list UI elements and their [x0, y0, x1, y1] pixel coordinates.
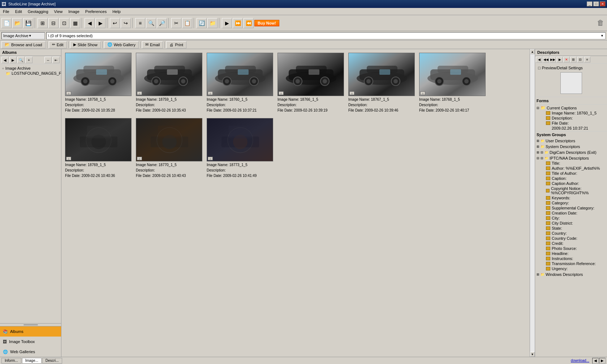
scroll-right-btn[interactable]: ▶	[599, 358, 606, 364]
toolbar-btn-5[interactable]: ◀	[85, 18, 95, 28]
menu-edit[interactable]: Edit	[12, 9, 25, 14]
scroll-up-arrow[interactable]: ▲	[530, 49, 535, 54]
iptc-field[interactable]: Headline:	[535, 251, 607, 256]
caption-image-name[interactable]: Image Name: 18760_1_5	[535, 110, 607, 116]
toolbar-btn-1[interactable]: ⊞	[38, 18, 48, 28]
iptc-field[interactable]: Instructions:	[535, 256, 607, 261]
toolbar-btn-11[interactable]: 🔎	[157, 18, 167, 28]
toolbar-btn-17[interactable]: ⏩	[233, 18, 243, 28]
rp-btn-7[interactable]: ⊟	[577, 57, 584, 62]
image-tab[interactable]: Image...	[22, 358, 42, 364]
vertical-scrollbar[interactable]: ▲ ▼	[530, 49, 535, 357]
toolbar-btn-15[interactable]: 📁	[207, 18, 218, 28]
toolbar-btn-6[interactable]: ▶	[95, 18, 106, 28]
albums-back[interactable]: ◀	[1, 57, 9, 63]
menu-image[interactable]: Image	[65, 9, 82, 14]
toolbar-open[interactable]: 📂	[12, 18, 22, 28]
email-button[interactable]: ✉ Email	[142, 41, 163, 48]
iptc-field[interactable]: Caption Author:	[535, 181, 607, 186]
image-tile[interactable]: ⌂ Image Name: 18773_1_5 Description: Fil…	[206, 117, 274, 180]
albums-forward[interactable]: ▶	[9, 57, 17, 63]
rp-btn-3[interactable]: ▶▶	[550, 57, 556, 62]
albums-collapse[interactable]: ⇤	[52, 57, 60, 63]
toolbar-btn-9[interactable]: ≡	[135, 18, 145, 28]
maximize-button[interactable]: □	[593, 1, 599, 6]
iptc-field[interactable]: Supplemental Category:	[535, 205, 607, 211]
menu-help[interactable]: Help	[109, 9, 124, 14]
menu-preferences[interactable]: Preferences	[82, 9, 109, 14]
caption-description[interactable]: Description:	[535, 116, 607, 121]
image-tile[interactable]: ⌂ Image Name: 18767_1_5 Description: Fil…	[348, 52, 416, 114]
web-galleries-tab[interactable]: 🌐 Web Galleries	[0, 347, 61, 357]
menu-geotagging[interactable]: Geotagging	[25, 9, 51, 14]
system-descriptors-header[interactable]: ⊞ 📁 System Descriptors	[535, 144, 607, 149]
close-button[interactable]: ✕	[600, 1, 606, 6]
current-captions-header[interactable]: ⊟ 📁 Current Captions	[535, 105, 607, 110]
iptc-field[interactable]: Keywords:	[535, 195, 607, 200]
scroll-left-btn[interactable]: ◀	[592, 358, 599, 364]
menu-view[interactable]: View	[51, 9, 66, 14]
iptc-field[interactable]: Photo Source:	[535, 246, 607, 251]
image-tile[interactable]: ⌂ Image Name: 18766_1_5 Description: Fil…	[277, 52, 345, 114]
iptc-field[interactable]: Title:	[535, 161, 607, 166]
scroll-down-arrow[interactable]: ▼	[530, 352, 535, 357]
toolbar-new[interactable]: 📄	[1, 18, 12, 28]
archive-dropdown[interactable]: Image Archive ▼	[1, 32, 45, 39]
print-button[interactable]: 🖨 Print	[166, 41, 186, 48]
title-bar-controls[interactable]: _ □ ✕	[587, 1, 606, 6]
minimize-button[interactable]: _	[587, 1, 593, 6]
web-gallery-button[interactable]: 🌐 Web Gallery	[104, 41, 139, 48]
toolbar-btn-8[interactable]: ↪	[121, 18, 131, 28]
rp-btn-5[interactable]: ✕	[563, 57, 570, 62]
iptc-field[interactable]: Country:	[535, 231, 607, 236]
iptc-field[interactable]: Title of Author:	[535, 171, 607, 176]
iptc-field[interactable]: Creation Date:	[535, 211, 607, 216]
albums-tab[interactable]: 📚 Albums	[0, 326, 61, 337]
tree-item-root[interactable]: ○ Image Archive	[1, 66, 60, 71]
iptc-field[interactable]: Urgency:	[535, 266, 607, 271]
iptc-field[interactable]: Caption:	[535, 176, 607, 181]
buy-now-button[interactable]: Buy Now!	[254, 20, 279, 26]
iptc-field[interactable]: Country Code:	[535, 236, 607, 241]
toolbar-btn-4[interactable]: ▦	[70, 18, 80, 28]
caption-file-date[interactable]: File Date:	[535, 121, 607, 126]
toolbar-btn-2[interactable]: ⊟	[48, 18, 59, 28]
menu-file[interactable]: File	[0, 9, 12, 14]
digicam-descriptors-header[interactable]: ⊞ ⊟ 📁 DigiCam Descriptors (Exit)	[535, 150, 607, 155]
edit-button[interactable]: ✏ Edit	[49, 41, 67, 48]
rp-btn-8[interactable]: ≡	[584, 57, 590, 62]
iptc-header[interactable]: ⊟ ⊟ 📁 IPTC/NAA Descriptors	[535, 156, 607, 161]
image-toolbox-tab[interactable]: 🖼 Image Toolbox	[0, 337, 61, 347]
image-tile[interactable]: ⌂ Image Name: 18758_1_5 Description: Fil…	[64, 52, 132, 114]
windows-descriptors-header[interactable]: ⊞ 📁 Windows Descriptors	[535, 272, 607, 277]
toolbar-btn-7[interactable]: ↩	[110, 18, 120, 28]
image-tile[interactable]: ⌂ Image Name: 18759_1_5 Description: Fil…	[135, 52, 203, 114]
toolbar-btn-3[interactable]: ⊡	[59, 18, 69, 28]
toolbar-btn-10[interactable]: 🔍	[146, 18, 156, 28]
toolbar-save[interactable]: 💾	[23, 18, 33, 28]
user-descriptors-header[interactable]: ⊞ 📁 User Descriptors	[535, 138, 607, 143]
iptc-field[interactable]: City District:	[535, 221, 607, 226]
iptc-field[interactable]: State:	[535, 226, 607, 231]
iptc-field[interactable]: Transmission Reference:	[535, 261, 607, 266]
slideshow-button[interactable]: ▶ Slide Show	[70, 41, 101, 48]
descri-tab[interactable]: Descri...	[42, 358, 62, 364]
toolbar-btn-18[interactable]: ⏪	[244, 18, 254, 28]
albums-search[interactable]: 🔍	[17, 57, 25, 63]
toolbar-btn-14[interactable]: 🔄	[197, 18, 207, 28]
rp-btn-2[interactable]: ◀◀	[543, 57, 549, 62]
image-tile[interactable]: ⌂ Image Name: 18769_1_5 Description: Fil…	[64, 117, 132, 180]
image-tile[interactable]: ⌂ Image Name: 18770_1_5 Description: Fil…	[135, 117, 203, 180]
iptc-field[interactable]: Credit:	[535, 241, 607, 246]
toolbar-btn-12[interactable]: ✂	[171, 18, 181, 28]
iptc-field[interactable]: City:	[535, 216, 607, 221]
rp-btn-1[interactable]: ◀	[536, 57, 542, 62]
iptc-field[interactable]: Author: %%EXIF_Artist%%	[535, 166, 607, 171]
albums-expand[interactable]: ↔	[44, 57, 52, 63]
rp-btn-6[interactable]: ⊞	[570, 57, 577, 62]
toolbar-btn-13[interactable]: 📋	[182, 18, 192, 28]
rp-btn-4[interactable]: ▶	[556, 57, 563, 62]
image-tile[interactable]: ⌂ Image Name: 18768_1_5 Description: Fil…	[418, 52, 486, 114]
image-tile[interactable]: ⌂ Image Name: 18760_1_5 Description: Fil…	[206, 52, 274, 114]
iptc-field[interactable]: Copyright Notice: %%COPYRIGHT%%	[535, 186, 607, 195]
